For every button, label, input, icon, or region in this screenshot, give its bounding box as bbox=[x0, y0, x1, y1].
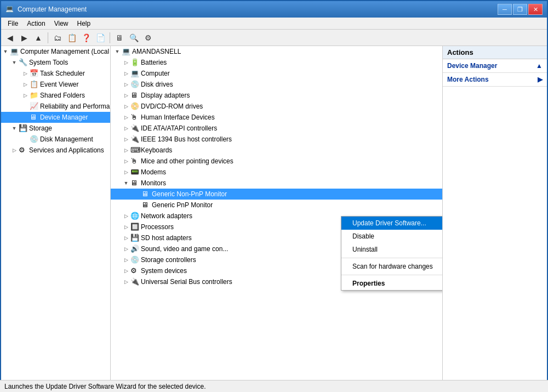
device-button[interactable]: 🖥 bbox=[113, 31, 126, 44]
system-devices-expander[interactable]: ▷ bbox=[122, 266, 130, 275]
network-expander[interactable]: ▷ bbox=[122, 212, 130, 220]
keyboards-expander[interactable]: ▷ bbox=[122, 146, 130, 155]
menu-view[interactable]: View bbox=[50, 19, 73, 29]
network-icon: 🌐 bbox=[130, 212, 139, 220]
back-button[interactable]: ◀ bbox=[3, 31, 16, 44]
dev-tree-hid[interactable]: ▷ 🖱 Human Interface Devices bbox=[111, 112, 442, 123]
display-adapters-expander[interactable]: ▷ bbox=[122, 91, 130, 100]
bottom-area: ◀ ▶ Launches the Update Driver Software … bbox=[1, 382, 547, 391]
keyboards-icon: ⌨ bbox=[130, 146, 139, 155]
computer-expander[interactable]: ▷ bbox=[122, 69, 130, 78]
disk-drives-label: Disk drives bbox=[141, 81, 173, 88]
dev-tree-modems[interactable]: ▷ 📟 Modems bbox=[111, 167, 442, 178]
left-tree-system-tools[interactable]: ▼ 🔧 System Tools bbox=[1, 57, 110, 68]
event-viewer-expander[interactable]: ▷ bbox=[21, 80, 30, 89]
actions-panel: Actions Device Manager ▲ More Actions ▶ bbox=[443, 46, 547, 382]
ieee1394-icon: 🔌 bbox=[130, 135, 139, 144]
services-apps-expander[interactable]: ▷ bbox=[10, 146, 19, 155]
dev-tree-mice[interactable]: ▷ 🖱 Mice and other pointing devices bbox=[111, 156, 442, 167]
left-tree-task-scheduler[interactable]: ▷ 📅 Task Scheduler bbox=[1, 68, 110, 79]
action-section-device-manager: Device Manager ▲ bbox=[443, 59, 547, 73]
left-tree-root[interactable]: ▼ 💻 Computer Management (Local bbox=[1, 46, 110, 57]
dev-tree-dvd-drives[interactable]: ▷ 📀 DVD/CD-ROM drives bbox=[111, 101, 442, 112]
ieee1394-expander[interactable]: ▷ bbox=[122, 135, 130, 144]
mice-expander[interactable]: ▷ bbox=[122, 157, 130, 166]
monitors-label: Monitors bbox=[141, 179, 166, 187]
processors-expander[interactable]: ▷ bbox=[122, 223, 130, 231]
dev-tree-display-adapters[interactable]: ▷ 🖥 Display adapters bbox=[111, 90, 442, 101]
menu-action[interactable]: Action bbox=[22, 19, 49, 29]
left-tree-event-viewer[interactable]: ▷ 📋 Event Viewer bbox=[1, 79, 110, 90]
display-adapters-icon: 🖥 bbox=[130, 91, 139, 100]
scan-button[interactable]: 🔍 bbox=[127, 31, 140, 44]
driver-button[interactable]: ⚙ bbox=[141, 31, 155, 44]
sd-host-expander[interactable]: ▷ bbox=[122, 234, 130, 242]
left-tree-services-apps[interactable]: ▷ ⚙ Services and Applications bbox=[1, 145, 110, 156]
computer-icon2: 💻 bbox=[130, 69, 139, 78]
dev-tree-ide[interactable]: ▷ 🔌 IDE ATA/ATAPI controllers bbox=[111, 123, 442, 134]
properties-button[interactable]: 📋 bbox=[65, 31, 78, 44]
services-apps-label: Services and Applications bbox=[29, 146, 104, 154]
dev-tree-monitors[interactable]: ▼ 🖥 Monitors bbox=[111, 178, 442, 189]
dvd-drives-expander[interactable]: ▷ bbox=[122, 102, 130, 111]
system-tools-label: System Tools bbox=[29, 59, 68, 66]
pnp-icon: 🖥 bbox=[141, 201, 150, 209]
shared-folders-label: Shared Folders bbox=[40, 92, 85, 99]
left-tree-storage[interactable]: ▼ 💾 Storage bbox=[1, 123, 110, 134]
show-hide-button[interactable]: 🗂 bbox=[51, 31, 64, 44]
export-button[interactable]: 📄 bbox=[94, 31, 107, 44]
context-scan[interactable]: Scan for hardware changes bbox=[341, 260, 443, 273]
monitors-expander[interactable]: ▼ bbox=[122, 179, 130, 188]
ide-expander[interactable]: ▷ bbox=[122, 124, 130, 133]
left-tree-shared-folders[interactable]: ▷ 📁 Shared Folders bbox=[1, 90, 110, 101]
hid-icon: 🖱 bbox=[130, 113, 139, 122]
batteries-expander[interactable]: ▷ bbox=[122, 58, 130, 67]
dev-tree-pnp-monitor[interactable]: 🖥 Generic PnP Monitor bbox=[111, 200, 442, 211]
context-update-driver[interactable]: Update Driver Software... bbox=[341, 217, 443, 230]
forward-button[interactable]: ▶ bbox=[18, 31, 31, 44]
restore-button[interactable]: ❐ bbox=[513, 4, 527, 15]
menu-file[interactable]: File bbox=[3, 19, 22, 29]
minimize-button[interactable]: ─ bbox=[498, 4, 512, 15]
keyboards-label: Keyboards bbox=[141, 146, 172, 154]
usb-expander[interactable]: ▷ bbox=[122, 277, 130, 286]
left-tree-reliability[interactable]: 📈 Reliability and Performa... bbox=[1, 101, 110, 112]
dev-tree-keyboards[interactable]: ▷ ⌨ Keyboards bbox=[111, 145, 442, 156]
menu-help[interactable]: Help bbox=[73, 19, 95, 29]
system-devices-label: System devices bbox=[141, 267, 187, 275]
task-scheduler-expander[interactable]: ▷ bbox=[21, 69, 30, 78]
context-properties[interactable]: Properties bbox=[341, 277, 443, 290]
close-button[interactable]: ✕ bbox=[528, 4, 543, 15]
usb-icon: 🔌 bbox=[130, 277, 139, 286]
modems-expander[interactable]: ▷ bbox=[122, 168, 130, 177]
help-button[interactable]: ❓ bbox=[79, 31, 93, 44]
title-bar: 💻 Computer Management ─ ❐ ✕ bbox=[1, 1, 547, 18]
sd-host-icon: 💾 bbox=[130, 234, 139, 242]
action-device-manager-arrow: ▲ bbox=[536, 62, 543, 70]
main-area: ▼ 💻 Computer Management (Local ▼ 🔧 Syste… bbox=[1, 46, 547, 382]
window-title: Computer Management bbox=[18, 5, 498, 13]
context-uninstall[interactable]: Uninstall bbox=[341, 243, 443, 256]
left-tree-device-manager[interactable]: 🖥 Device Manager bbox=[1, 112, 110, 123]
left-tree-disk-management[interactable]: 💿 Disk Management bbox=[1, 134, 110, 145]
dev-root-expander[interactable]: ▼ bbox=[113, 47, 122, 56]
storage-ctrl-expander[interactable]: ▷ bbox=[122, 255, 130, 264]
sound-expander[interactable]: ▷ bbox=[122, 245, 130, 253]
disk-drives-expander[interactable]: ▷ bbox=[122, 80, 130, 89]
dev-tree-batteries[interactable]: ▷ 🔋 Batteries bbox=[111, 57, 442, 68]
dev-tree-computer[interactable]: ▷ 💻 Computer bbox=[111, 68, 442, 79]
up-button[interactable]: ▲ bbox=[32, 31, 45, 44]
hid-expander[interactable]: ▷ bbox=[122, 113, 130, 122]
system-tools-expander[interactable]: ▼ bbox=[10, 58, 19, 67]
action-section-more-actions-title[interactable]: More Actions ▶ bbox=[443, 73, 547, 86]
dev-tree-non-pnp-monitor[interactable]: 🖥 Generic Non-PnP Monitor bbox=[111, 189, 442, 200]
context-disable[interactable]: Disable bbox=[341, 230, 443, 243]
storage-expander[interactable]: ▼ bbox=[10, 124, 19, 133]
shared-folders-expander[interactable]: ▷ bbox=[21, 91, 30, 100]
dev-tree-ieee1394[interactable]: ▷ 🔌 IEEE 1394 Bus host controllers bbox=[111, 134, 442, 145]
action-section-device-manager-title[interactable]: Device Manager ▲ bbox=[443, 59, 547, 72]
dev-tree-root[interactable]: ▼ 💻 AMANDASNELL bbox=[111, 46, 442, 57]
dev-tree-disk-drives[interactable]: ▷ 💿 Disk drives bbox=[111, 79, 442, 90]
computer-icon: 💻 bbox=[10, 47, 19, 56]
root-expander[interactable]: ▼ bbox=[1, 47, 10, 56]
